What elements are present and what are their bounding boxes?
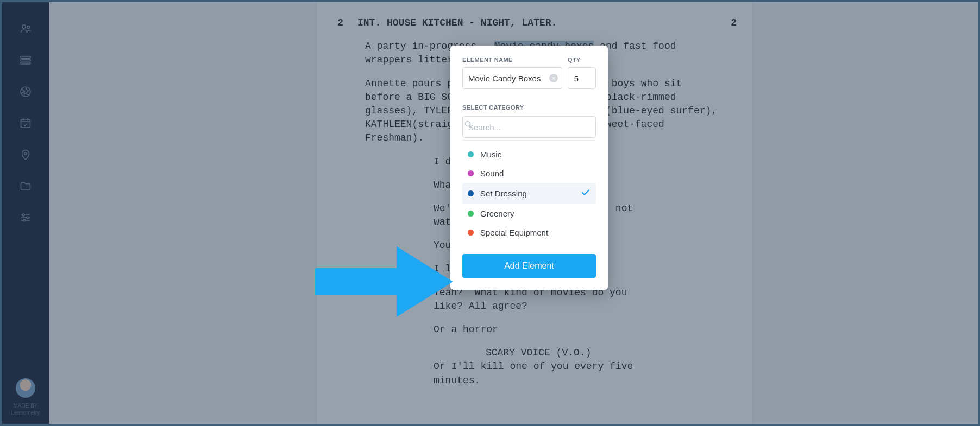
select-category-label: SELECT CATEGORY (462, 104, 596, 111)
svg-point-9 (27, 217, 29, 219)
contacts-icon[interactable] (18, 22, 33, 36)
category-color-dot (468, 211, 474, 217)
sidebar: MADE BY Leanometry (2, 2, 49, 424)
svg-rect-4 (21, 62, 30, 64)
category-color-dot (468, 230, 474, 236)
check-icon (581, 188, 590, 199)
dialogue-8: Or I'll kill one of you every five minut… (434, 360, 635, 387)
character-cue: SCARY VOICE (V.O.) (486, 346, 743, 360)
qty-label: QTY (568, 56, 596, 63)
category-item-label: Greenery (480, 209, 514, 218)
search-icon (463, 119, 473, 129)
scene-slugline: INT. HOUSE KITCHEN - NIGHT, LATER. (357, 16, 557, 30)
category-item-label: Special Equipment (480, 228, 548, 237)
svg-rect-6 (21, 119, 30, 128)
qty-input[interactable] (568, 67, 596, 89)
folder-icon[interactable] (18, 179, 33, 193)
svg-rect-3 (21, 59, 30, 61)
scene-number-right: 2 (731, 16, 737, 30)
category-item[interactable]: Special Equipment (462, 223, 596, 242)
category-color-dot (468, 170, 474, 176)
category-item-label: Set Dressing (480, 189, 527, 198)
category-item-label: Sound (480, 169, 504, 178)
svg-point-8 (22, 214, 24, 216)
svg-line-13 (469, 125, 472, 128)
category-item[interactable]: Music (462, 145, 596, 164)
add-element-popup: ELEMENT NAME ✕ QTY SELECT CATEGORY Music… (450, 46, 608, 290)
category-search-input[interactable] (462, 116, 596, 138)
element-name-input[interactable] (462, 67, 562, 89)
category-item-label: Music (480, 150, 501, 159)
svg-point-10 (23, 219, 26, 221)
category-item[interactable]: Set Dressing (462, 183, 596, 204)
calendar-icon[interactable] (18, 116, 33, 130)
list-icon[interactable] (18, 53, 33, 67)
svg-point-1 (27, 26, 30, 29)
svg-point-0 (22, 25, 26, 28)
clear-name-icon[interactable]: ✕ (549, 74, 558, 82)
shutter-icon[interactable] (18, 85, 33, 99)
svg-point-12 (465, 121, 470, 126)
category-item[interactable]: Greenery (462, 204, 596, 223)
category-color-dot (468, 151, 474, 157)
category-list: MusicSoundSet DressingGreenerySpecial Eq… (462, 145, 596, 242)
made-by-label: MADE BY Leanometry (11, 402, 40, 416)
category-color-dot (468, 190, 474, 196)
settings-icon[interactable] (18, 211, 33, 225)
location-icon[interactable] (18, 148, 33, 162)
dialogue-6: Yeah? What kind of movies do you like? A… (434, 286, 635, 313)
svg-point-7 (24, 152, 27, 155)
scene-number-left: 2 (330, 16, 343, 30)
add-element-button[interactable]: Add Element (462, 254, 596, 278)
svg-rect-2 (21, 56, 30, 58)
avatar[interactable] (16, 378, 35, 398)
dialogue-7: Or a horror (434, 323, 635, 336)
element-name-label: ELEMENT NAME (462, 56, 562, 63)
category-item[interactable]: Sound (462, 164, 596, 183)
